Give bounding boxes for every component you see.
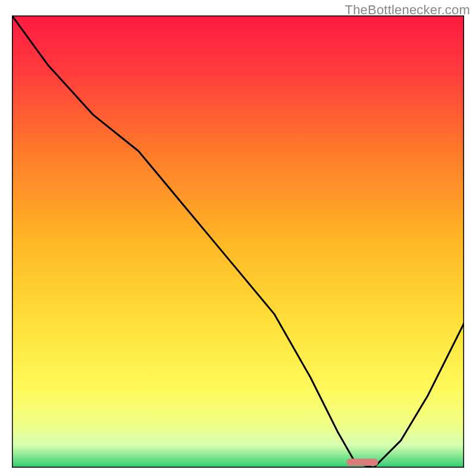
gradient-background <box>12 15 464 468</box>
optimal-zone-marker <box>346 459 378 466</box>
watermark-text: TheBottlenecker.com <box>345 2 470 18</box>
chart-container: TheBottlenecker.com <box>0 0 476 476</box>
plot-area <box>12 15 464 468</box>
chart-svg <box>12 15 464 468</box>
